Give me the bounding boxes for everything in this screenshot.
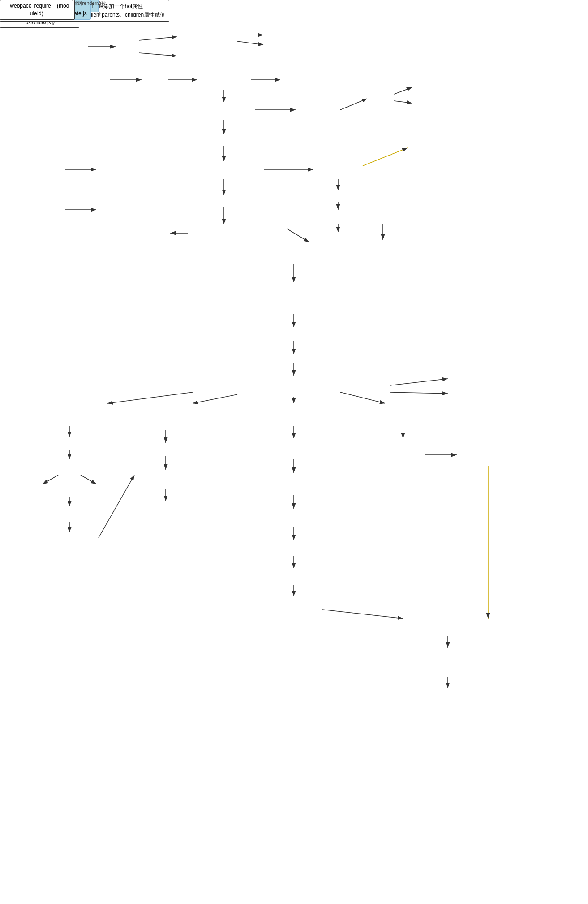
svg-line-40 [340,392,385,403]
svg-line-20 [363,148,408,166]
svg-line-14 [340,99,367,110]
svg-line-16 [394,101,412,103]
svg-line-29 [287,229,309,242]
svg-line-36 [390,392,448,394]
svg-line-37 [107,392,193,403]
webpack-require-module-box: __webpack_require__(mod uleId) [0,0,73,20]
svg-line-5 [139,37,177,40]
svg-line-58 [322,610,403,619]
svg-line-43 [43,475,58,484]
svg-line-62 [99,475,134,538]
svg-line-35 [390,379,448,385]
svg-line-6 [139,53,177,56]
svg-line-8 [237,41,263,45]
svg-line-38 [193,394,237,403]
svg-line-15 [394,87,412,94]
svg-line-44 [81,475,96,484]
